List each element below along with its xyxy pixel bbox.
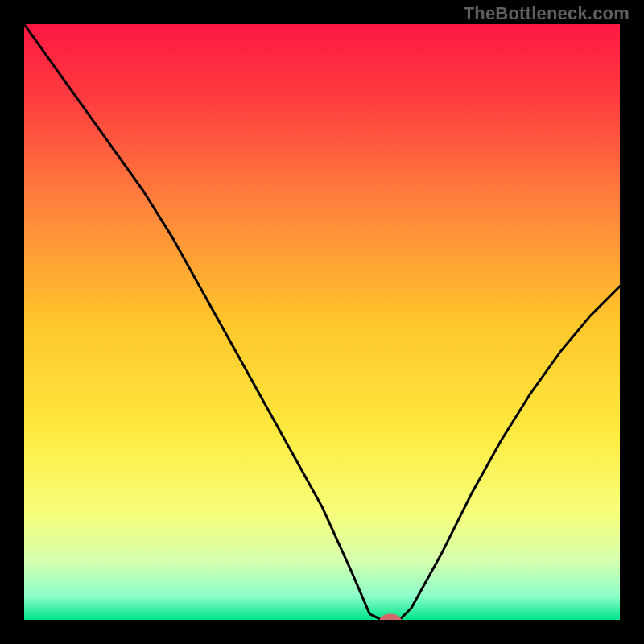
chart-plot-area bbox=[24, 24, 620, 620]
chart-svg bbox=[24, 24, 620, 620]
chart-frame: TheBottleneck.com bbox=[0, 0, 644, 644]
watermark-text: TheBottleneck.com bbox=[464, 3, 630, 24]
chart-background-gradient bbox=[24, 24, 620, 620]
